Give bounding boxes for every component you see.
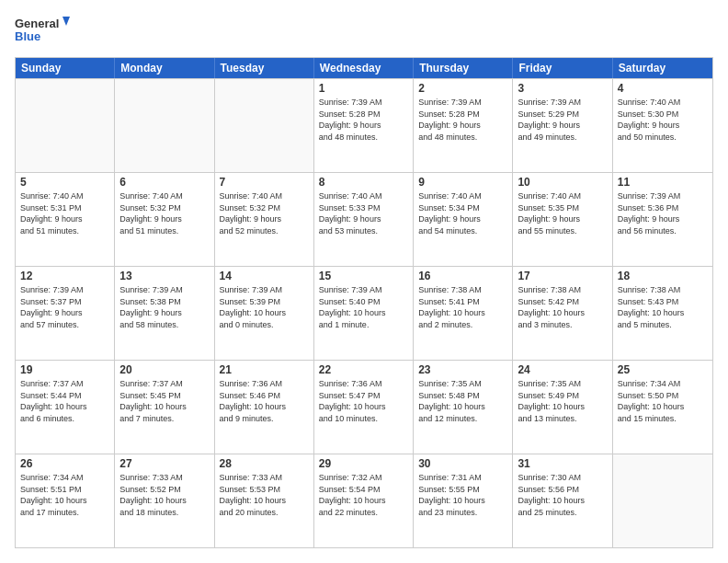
cell-info: Sunrise: 7:32 AM Sunset: 5:54 PM Dayligh… [319, 472, 408, 518]
calendar-cell: 22Sunrise: 7:36 AM Sunset: 5:47 PM Dayli… [314, 361, 414, 454]
calendar-row: 12Sunrise: 7:39 AM Sunset: 5:37 PM Dayli… [16, 266, 712, 360]
calendar-cell: 18Sunrise: 7:38 AM Sunset: 5:43 PM Dayli… [613, 267, 712, 360]
svg-text:General: General [15, 17, 59, 30]
cell-day-number: 14 [220, 270, 309, 282]
calendar-cell: 13Sunrise: 7:39 AM Sunset: 5:38 PM Dayli… [115, 267, 214, 360]
calendar-cell [613, 454, 712, 547]
cell-day-number: 19 [20, 363, 109, 376]
calendar-cell: 1Sunrise: 7:39 AM Sunset: 5:28 PM Daylig… [314, 79, 414, 172]
calendar-cell [16, 79, 115, 172]
cell-day-number: 22 [319, 363, 408, 376]
weekday-header: Sunday [16, 58, 115, 78]
calendar-header: SundayMondayTuesdayWednesdayThursdayFrid… [16, 58, 712, 78]
calendar-row: 26Sunrise: 7:34 AM Sunset: 5:51 PM Dayli… [16, 454, 712, 547]
cell-day-number: 21 [220, 363, 309, 376]
svg-marker-2 [63, 17, 70, 26]
calendar-cell: 7Sunrise: 7:40 AM Sunset: 5:32 PM Daylig… [215, 173, 314, 266]
calendar-cell: 21Sunrise: 7:36 AM Sunset: 5:46 PM Dayli… [215, 361, 314, 454]
calendar-cell: 25Sunrise: 7:34 AM Sunset: 5:50 PM Dayli… [613, 361, 712, 454]
calendar-cell [215, 79, 314, 172]
cell-info: Sunrise: 7:40 AM Sunset: 5:35 PM Dayligh… [518, 190, 607, 236]
cell-day-number: 7 [220, 176, 309, 189]
calendar-cell [115, 79, 214, 172]
cell-day-number: 17 [518, 270, 607, 282]
calendar-cell: 24Sunrise: 7:35 AM Sunset: 5:49 PM Dayli… [513, 361, 612, 454]
cell-day-number: 13 [119, 270, 209, 282]
calendar-cell: 29Sunrise: 7:32 AM Sunset: 5:54 PM Dayli… [314, 454, 414, 547]
cell-info: Sunrise: 7:39 AM Sunset: 5:28 PM Dayligh… [418, 97, 507, 143]
calendar-cell: 3Sunrise: 7:39 AM Sunset: 5:29 PM Daylig… [513, 79, 612, 172]
cell-day-number: 15 [319, 270, 408, 282]
calendar-cell: 26Sunrise: 7:34 AM Sunset: 5:51 PM Dayli… [16, 454, 115, 547]
cell-info: Sunrise: 7:39 AM Sunset: 5:40 PM Dayligh… [319, 284, 408, 330]
cell-day-number: 12 [20, 270, 109, 282]
cell-day-number: 8 [319, 176, 408, 189]
logo: General Blue [15, 15, 70, 48]
calendar-cell: 23Sunrise: 7:35 AM Sunset: 5:48 PM Dayli… [414, 361, 513, 454]
calendar-row: 19Sunrise: 7:37 AM Sunset: 5:44 PM Dayli… [16, 360, 712, 454]
cell-info: Sunrise: 7:39 AM Sunset: 5:36 PM Dayligh… [618, 190, 708, 236]
calendar-cell: 2Sunrise: 7:39 AM Sunset: 5:28 PM Daylig… [414, 79, 513, 172]
cell-day-number: 10 [518, 176, 607, 189]
cell-info: Sunrise: 7:39 AM Sunset: 5:29 PM Dayligh… [518, 97, 607, 143]
cell-info: Sunrise: 7:34 AM Sunset: 5:50 PM Dayligh… [618, 378, 708, 424]
cell-info: Sunrise: 7:39 AM Sunset: 5:38 PM Dayligh… [119, 284, 209, 330]
cell-info: Sunrise: 7:40 AM Sunset: 5:31 PM Dayligh… [20, 190, 109, 236]
cell-info: Sunrise: 7:40 AM Sunset: 5:30 PM Dayligh… [618, 97, 708, 143]
cell-day-number: 16 [418, 270, 507, 282]
calendar-cell: 19Sunrise: 7:37 AM Sunset: 5:44 PM Dayli… [16, 361, 115, 454]
calendar-cell: 6Sunrise: 7:40 AM Sunset: 5:32 PM Daylig… [115, 173, 214, 266]
cell-day-number: 3 [518, 82, 607, 95]
cell-info: Sunrise: 7:31 AM Sunset: 5:55 PM Dayligh… [418, 472, 507, 518]
calendar-cell: 17Sunrise: 7:38 AM Sunset: 5:42 PM Dayli… [513, 267, 612, 360]
calendar-row: 1Sunrise: 7:39 AM Sunset: 5:28 PM Daylig… [16, 78, 712, 172]
calendar-cell: 4Sunrise: 7:40 AM Sunset: 5:30 PM Daylig… [613, 79, 712, 172]
calendar-cell: 30Sunrise: 7:31 AM Sunset: 5:55 PM Dayli… [414, 454, 513, 547]
cell-info: Sunrise: 7:35 AM Sunset: 5:48 PM Dayligh… [418, 378, 507, 424]
cell-day-number: 24 [518, 363, 607, 376]
calendar-cell: 10Sunrise: 7:40 AM Sunset: 5:35 PM Dayli… [513, 173, 612, 266]
calendar-cell: 15Sunrise: 7:39 AM Sunset: 5:40 PM Dayli… [314, 267, 414, 360]
cell-day-number: 1 [319, 82, 408, 95]
cell-day-number: 4 [618, 82, 708, 95]
calendar-cell: 16Sunrise: 7:38 AM Sunset: 5:41 PM Dayli… [414, 267, 513, 360]
cell-info: Sunrise: 7:38 AM Sunset: 5:41 PM Dayligh… [418, 284, 507, 330]
weekday-header: Saturday [613, 58, 712, 78]
calendar-cell: 9Sunrise: 7:40 AM Sunset: 5:34 PM Daylig… [414, 173, 513, 266]
cell-info: Sunrise: 7:39 AM Sunset: 5:39 PM Dayligh… [220, 284, 309, 330]
cell-day-number: 23 [418, 363, 507, 376]
cell-day-number: 18 [618, 270, 708, 282]
weekday-header: Tuesday [215, 58, 314, 78]
cell-day-number: 26 [20, 457, 109, 470]
calendar-row: 5Sunrise: 7:40 AM Sunset: 5:31 PM Daylig… [16, 172, 712, 266]
cell-info: Sunrise: 7:39 AM Sunset: 5:28 PM Dayligh… [319, 97, 408, 143]
calendar-cell: 14Sunrise: 7:39 AM Sunset: 5:39 PM Dayli… [215, 267, 314, 360]
calendar-cell: 5Sunrise: 7:40 AM Sunset: 5:31 PM Daylig… [16, 173, 115, 266]
cell-day-number: 9 [418, 176, 507, 189]
cell-info: Sunrise: 7:40 AM Sunset: 5:34 PM Dayligh… [418, 190, 507, 236]
calendar-cell: 12Sunrise: 7:39 AM Sunset: 5:37 PM Dayli… [16, 267, 115, 360]
calendar-cell: 20Sunrise: 7:37 AM Sunset: 5:45 PM Dayli… [115, 361, 214, 454]
cell-info: Sunrise: 7:37 AM Sunset: 5:44 PM Dayligh… [20, 378, 109, 424]
cell-info: Sunrise: 7:36 AM Sunset: 5:47 PM Dayligh… [319, 378, 408, 424]
cell-info: Sunrise: 7:30 AM Sunset: 5:56 PM Dayligh… [518, 472, 607, 518]
cell-info: Sunrise: 7:34 AM Sunset: 5:51 PM Dayligh… [20, 472, 109, 518]
logo-svg: General Blue [15, 15, 70, 48]
cell-day-number: 28 [220, 457, 309, 470]
cell-day-number: 30 [418, 457, 507, 470]
cell-day-number: 25 [618, 363, 708, 376]
cell-day-number: 11 [618, 176, 708, 189]
cell-info: Sunrise: 7:38 AM Sunset: 5:43 PM Dayligh… [618, 284, 708, 330]
calendar-cell: 31Sunrise: 7:30 AM Sunset: 5:56 PM Dayli… [513, 454, 612, 547]
cell-day-number: 6 [119, 176, 209, 189]
svg-text:Blue: Blue [15, 29, 40, 43]
calendar-cell: 8Sunrise: 7:40 AM Sunset: 5:33 PM Daylig… [314, 173, 414, 266]
weekday-header: Wednesday [314, 58, 414, 78]
cell-info: Sunrise: 7:33 AM Sunset: 5:52 PM Dayligh… [119, 472, 209, 518]
weekday-header: Monday [115, 58, 214, 78]
cell-day-number: 31 [518, 457, 607, 470]
cell-info: Sunrise: 7:40 AM Sunset: 5:32 PM Dayligh… [119, 190, 209, 236]
cell-info: Sunrise: 7:35 AM Sunset: 5:49 PM Dayligh… [518, 378, 607, 424]
calendar: SundayMondayTuesdayWednesdayThursdayFrid… [15, 57, 713, 548]
calendar-cell: 27Sunrise: 7:33 AM Sunset: 5:52 PM Dayli… [115, 454, 214, 547]
